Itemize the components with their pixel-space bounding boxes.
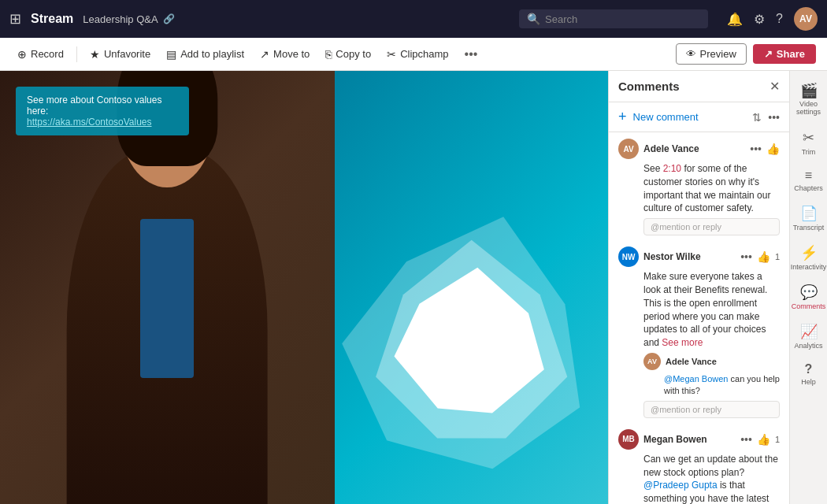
- overlay-text: See more about Contoso values here:: [27, 94, 178, 117]
- comments-list: AV Adele Vance ••• 👍 See 2:10 for some o…: [609, 132, 789, 504]
- copy-to-button[interactable]: ⎘ Copy to: [319, 45, 377, 64]
- sidebar-trim[interactable]: ✂ Trim: [792, 124, 826, 161]
- reply-avatar: AV: [643, 353, 661, 370]
- breadcrumb-expand-icon[interactable]: 🔗: [163, 13, 175, 24]
- comment-item: NW Nestor Wilke ••• 👍 1 Make sure everyo…: [618, 246, 780, 418]
- comment-avatar: MB: [618, 429, 639, 450]
- clipchamp-button[interactable]: ✂ Clipchamp: [380, 45, 454, 64]
- comment-reply-input[interactable]: @mention or reply: [643, 218, 780, 235]
- comment-body: Can we get an update about the new stock…: [618, 453, 780, 504]
- video-scene-right: [335, 71, 608, 504]
- sidebar-comments[interactable]: 💬 Comments: [792, 279, 826, 315]
- preview-label: Preview: [700, 48, 736, 60]
- reply-mention: @Megan Bowen: [664, 374, 729, 384]
- clipchamp-label: Clipchamp: [400, 48, 448, 60]
- user-avatar[interactable]: AV: [794, 7, 818, 31]
- comments-panel: Comments ✕ + New comment ⇅ ••• AV Adele …: [609, 71, 789, 504]
- sidebar-help[interactable]: ? Help: [792, 358, 826, 391]
- comment-actions: ••• 👍 1: [740, 250, 780, 263]
- transcript-icon: 📄: [800, 205, 818, 222]
- main-content: See more about Contoso values here: http…: [0, 71, 827, 504]
- comment-avatar: AV: [618, 139, 639, 159]
- see-more-link[interactable]: See more: [662, 337, 703, 348]
- move-icon: ↗: [260, 48, 269, 61]
- sidebar-trim-label: Trim: [802, 148, 816, 156]
- top-nav: ⊞ Stream Leadership Q&A 🔗 🔍 🔔 ⚙ ? AV: [0, 0, 827, 38]
- comment-reply-input[interactable]: @mention or reply: [643, 401, 780, 418]
- grid-icon[interactable]: ⊞: [9, 10, 21, 28]
- video-player[interactable]: See more about Contoso values here: http…: [0, 71, 608, 504]
- search-bar[interactable]: 🔍: [519, 9, 708, 28]
- preview-icon: 👁: [686, 48, 696, 60]
- sidebar-chapters[interactable]: ≡ Chapters: [792, 164, 826, 197]
- clipchamp-icon: ✂: [387, 48, 396, 61]
- comment-like-icon[interactable]: 👍: [757, 433, 770, 446]
- comment-more-icon[interactable]: •••: [740, 433, 752, 446]
- trim-icon: ✂: [803, 129, 814, 146]
- more-options-button[interactable]: •••: [458, 44, 484, 65]
- comment-item: MB Megan Bowen ••• 👍 1 Can we get an upd…: [618, 429, 780, 504]
- chapters-icon: ≡: [805, 169, 812, 183]
- add-comment-plus-icon[interactable]: +: [618, 109, 627, 125]
- overlay-link[interactable]: https://aka.ms/ContosoValues: [27, 117, 152, 128]
- more-icon: •••: [465, 47, 478, 61]
- star-logo-svg: [335, 71, 608, 504]
- help-icon[interactable]: ?: [776, 12, 783, 26]
- sidebar-analytics[interactable]: 📈 Analytics: [792, 318, 826, 354]
- comment-more-icon[interactable]: •••: [750, 143, 762, 155]
- record-label: Record: [31, 48, 64, 60]
- share-label: Share: [777, 48, 805, 60]
- search-input[interactable]: [545, 13, 700, 25]
- unfavorite-button[interactable]: ★ Unfavorite: [83, 45, 157, 64]
- comment-avatar: NW: [618, 246, 639, 267]
- breadcrumb-text: Leadership Q&A: [83, 13, 158, 25]
- record-button[interactable]: ⊕ Record: [11, 45, 70, 64]
- comment-actions: ••• 👍 1: [740, 433, 780, 446]
- comment-actions: ••• 👍: [750, 143, 780, 155]
- close-comments-icon[interactable]: ✕: [770, 79, 780, 94]
- notifications-icon[interactable]: 🔔: [727, 12, 743, 27]
- more-comments-options-icon[interactable]: •••: [768, 111, 780, 124]
- sidebar-video-settings[interactable]: 🎬 Video settings: [792, 77, 826, 121]
- record-icon: ⊕: [17, 48, 27, 61]
- app-brand: Stream: [31, 12, 73, 26]
- video-info-overlay: See more about Contoso values here: http…: [16, 87, 189, 135]
- comment-mention: @Pradeep Gupta: [643, 480, 718, 491]
- sort-comments-icon[interactable]: ⇅: [752, 111, 762, 124]
- copy-to-label: Copy to: [336, 48, 371, 60]
- nav-right-icons: 🔔 ⚙ ? AV: [727, 7, 818, 31]
- comments-header: Comments ✕: [609, 71, 789, 102]
- add-to-playlist-button[interactable]: ▤ Add to playlist: [160, 45, 250, 64]
- copy-icon: ⎘: [325, 48, 332, 61]
- star-icon: ★: [90, 48, 100, 61]
- new-comment-label[interactable]: New comment: [633, 111, 747, 123]
- sidebar-transcript[interactable]: 📄 Transcript: [792, 200, 826, 236]
- nav-breadcrumb: Leadership Q&A 🔗: [83, 13, 174, 25]
- sidebar-interactivity[interactable]: ⚡ Interactivity: [792, 239, 826, 276]
- comment-header: AV Adele Vance ••• 👍: [618, 139, 780, 159]
- sidebar-comments-label: Comments: [792, 302, 826, 310]
- comment-header: NW Nestor Wilke ••• 👍 1: [618, 246, 780, 267]
- toolbar-divider-1: [76, 46, 77, 62]
- comment-body: Make sure everyone takes a look at their…: [618, 270, 780, 350]
- move-to-button[interactable]: ↗ Move to: [254, 45, 316, 64]
- comment-like-icon[interactable]: 👍: [757, 250, 770, 263]
- reply-body: @Megan Bowen can you help with this?: [643, 373, 780, 398]
- reply-author-name: Adele Vance: [666, 357, 717, 366]
- sidebar-icons: 🎬 Video settings ✂ Trim ≡ Chapters 📄 Tra…: [789, 71, 827, 504]
- video-background: [0, 71, 608, 504]
- comment-more-icon[interactable]: •••: [740, 250, 752, 263]
- comment-timestamp-link[interactable]: 2:10: [663, 163, 681, 174]
- sidebar-video-settings-label: Video settings: [795, 101, 823, 117]
- video-settings-icon: 🎬: [800, 82, 818, 99]
- comment-like-count: 1: [775, 252, 780, 261]
- preview-button[interactable]: 👁 Preview: [676, 43, 747, 65]
- comments-title: Comments: [618, 80, 770, 93]
- comment-author-name: Megan Bowen: [643, 434, 736, 445]
- video-area: See more about Contoso values here: http…: [0, 71, 608, 504]
- share-button[interactable]: ↗ Share: [753, 44, 816, 64]
- settings-icon[interactable]: ⚙: [754, 12, 765, 27]
- comment-like-icon[interactable]: 👍: [766, 143, 780, 155]
- comments-panel-wrapper: Comments ✕ + New comment ⇅ ••• AV Adele …: [608, 71, 789, 504]
- comment-author-name: Nestor Wilke: [643, 251, 736, 262]
